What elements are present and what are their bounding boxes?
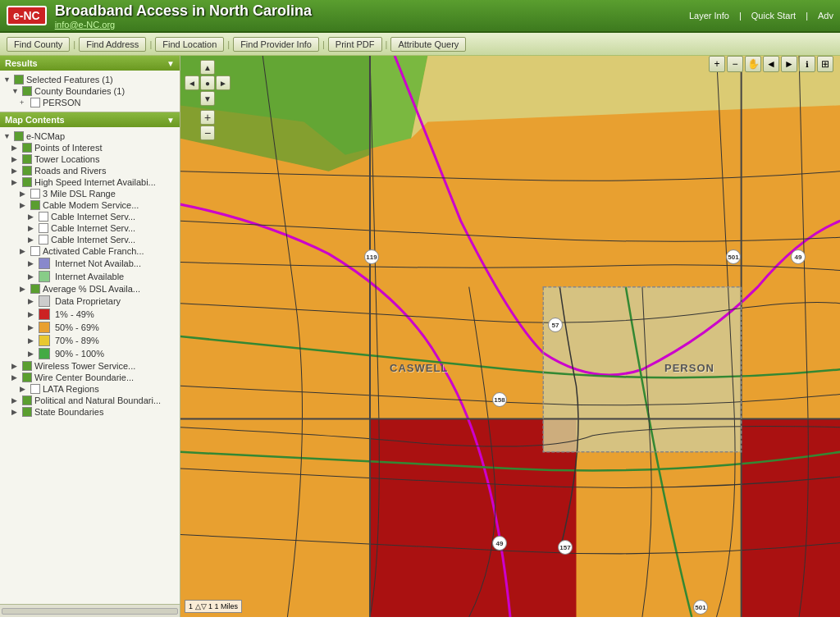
map-contents-item[interactable]: ▶90% - 100% [28, 347, 176, 360]
quick-start-link[interactable]: Quick Start [751, 11, 796, 21]
item-label: Internet Not Availab... [55, 258, 141, 268]
item-checkbox[interactable] [30, 189, 40, 199]
person-checkbox[interactable] [30, 98, 40, 107]
caswell-label: CASWELL [390, 362, 448, 374]
map-svg [180, 56, 840, 617]
layers-ctrl[interactable]: ⊞ [817, 56, 833, 72]
sidebar-scrollbar[interactable] [0, 604, 180, 617]
forward-ctrl[interactable]: ► [781, 56, 797, 72]
adv-link[interactable]: Adv [818, 11, 833, 21]
item-checkbox[interactable] [22, 154, 32, 164]
item-label: 70% - 89% [55, 336, 99, 345]
pan-ctrl[interactable]: ✋ [745, 56, 761, 72]
tree-arrow-icon: ▶ [28, 224, 36, 232]
map-contents-item[interactable]: ▶Cable Internet Serv... [28, 234, 176, 245]
map-contents-item[interactable]: ▶1% - 49% [28, 308, 176, 321]
legend-swatch [39, 322, 50, 333]
tree-arrow-icon: ▶ [11, 144, 20, 152]
map-contents-item[interactable]: ▶Internet Not Availab... [28, 257, 176, 270]
county-boundaries-item[interactable]: ▼ County Boundaries (1) [11, 85, 176, 97]
print-pdf-button[interactable]: Print PDF [328, 37, 382, 52]
zoom-out-ctrl[interactable]: − [727, 56, 743, 72]
map-contents-item[interactable]: ▶Points of Interest [11, 142, 176, 153]
pan-right-button[interactable]: ► [216, 75, 231, 90]
map-contents-item[interactable]: ▶Wire Center Boundarie... [11, 372, 176, 383]
map-contents-item[interactable]: ▶Wireless Tower Service... [11, 360, 176, 372]
map-contents-item[interactable]: ▶Data Proprietary [28, 295, 176, 308]
road-158-w: 158 [492, 392, 507, 407]
back-ctrl[interactable]: ◄ [763, 56, 779, 72]
item-label: 50% - 69% [55, 322, 99, 332]
zoom-in-button[interactable]: + [200, 110, 215, 125]
map-contents-item[interactable]: ▶Tower Locations [11, 153, 176, 165]
item-checkbox[interactable] [22, 177, 32, 187]
item-label: Wire Center Boundarie... [34, 373, 134, 382]
find-provider-button[interactable]: Find Provider Info [233, 37, 319, 52]
selected-features-item[interactable]: ▼ Selected Features (1) [3, 74, 176, 85]
sep-5: | [386, 39, 388, 49]
map-contents-item[interactable]: ▶70% - 89% [28, 334, 176, 347]
map-contents-item[interactable]: ▶Roads and Rivers [11, 165, 176, 176]
layer-info-link[interactable]: Layer Info [689, 11, 729, 21]
map-contents-item[interactable]: ▶Cable Modem Service... [20, 199, 176, 211]
encmap-root[interactable]: ▼ e-NCMap [3, 130, 176, 142]
header-email-link[interactable]: info@e-NC.org [55, 20, 689, 30]
item-checkbox[interactable] [22, 166, 32, 176]
find-location-button[interactable]: Find Location [155, 37, 224, 52]
item-checkbox[interactable] [22, 143, 32, 153]
map-area[interactable]: ▲ ◄ ● ► ▼ + − [180, 56, 840, 617]
map-contents-item[interactable]: ▶State Boundaries [11, 406, 176, 418]
map-contents-collapse-icon[interactable]: ▼ [167, 116, 175, 125]
pan-left-button[interactable]: ◄ [185, 75, 199, 90]
attribute-query-button[interactable]: Attribute Query [390, 37, 466, 52]
item-checkbox[interactable] [39, 212, 48, 222]
scroll-track[interactable] [2, 608, 178, 615]
results-panel-header: Results ▼ [0, 56, 180, 71]
selected-features-checkbox[interactable] [14, 75, 24, 85]
results-collapse-icon[interactable]: ▼ [167, 59, 175, 68]
info-ctrl[interactable]: ℹ [799, 56, 815, 72]
tree-arrow-icon: ▶ [28, 272, 36, 281]
map-toolbar: + − ✋ ◄ ► ℹ ⊞ [709, 56, 833, 72]
map-contents-item[interactable]: ▶Activated Cable Franch... [20, 245, 176, 257]
county-boundaries-checkbox[interactable] [22, 86, 32, 96]
pan-home-button[interactable]: ● [200, 75, 215, 90]
map-contents-item[interactable]: ▶High Speed Internet Availabi... [11, 176, 176, 188]
item-checkbox[interactable] [39, 223, 48, 233]
pan-up-button[interactable]: ▲ [200, 60, 215, 75]
find-address-button[interactable]: Find Address [79, 37, 146, 52]
find-county-button[interactable]: Find County [7, 37, 70, 52]
legend-swatch [39, 258, 50, 269]
item-checkbox[interactable] [39, 235, 48, 245]
item-checkbox[interactable] [30, 246, 40, 256]
person-item[interactable]: + PERSON [20, 97, 176, 108]
item-label: Cable Internet Serv... [51, 235, 135, 245]
arrow-icon-2: ▼ [11, 87, 20, 95]
root-arrow: ▼ [3, 132, 11, 140]
map-contents-item[interactable]: ▶Average % DSL Availa... [20, 283, 176, 295]
map-contents-item[interactable]: ▶Cable Internet Serv... [28, 211, 176, 222]
map-contents-item[interactable]: ▶50% - 69% [28, 321, 176, 334]
map-contents-item[interactable]: ▶LATA Regions [20, 383, 176, 395]
item-checkbox[interactable] [30, 284, 40, 294]
tree-arrow-icon: ▶ [28, 259, 36, 267]
item-checkbox[interactable] [22, 407, 32, 417]
pan-down-button[interactable]: ▼ [200, 91, 215, 106]
results-title: Results [5, 58, 38, 68]
zoom-out-button[interactable]: − [200, 126, 215, 140]
sep-3: | [227, 39, 230, 49]
item-checkbox[interactable] [22, 395, 32, 405]
map-contents-item[interactable]: ▶3 Mile DSL Range [20, 188, 176, 199]
root-checkbox[interactable] [14, 131, 24, 141]
tree-arrow-icon: ▶ [20, 385, 28, 393]
map-contents-item[interactable]: ▶Internet Available [28, 270, 176, 283]
item-checkbox[interactable] [22, 373, 32, 382]
item-checkbox[interactable] [30, 384, 40, 394]
map-contents-item[interactable]: ▶Cable Internet Serv... [28, 222, 176, 234]
item-checkbox[interactable] [22, 361, 32, 371]
item-checkbox[interactable] [30, 200, 40, 210]
road-49-s: 49 [492, 536, 507, 551]
sep-4: | [322, 39, 325, 49]
zoom-in-ctrl[interactable]: + [709, 56, 725, 72]
map-contents-item[interactable]: ▶Political and Natural Boundari... [11, 395, 176, 406]
